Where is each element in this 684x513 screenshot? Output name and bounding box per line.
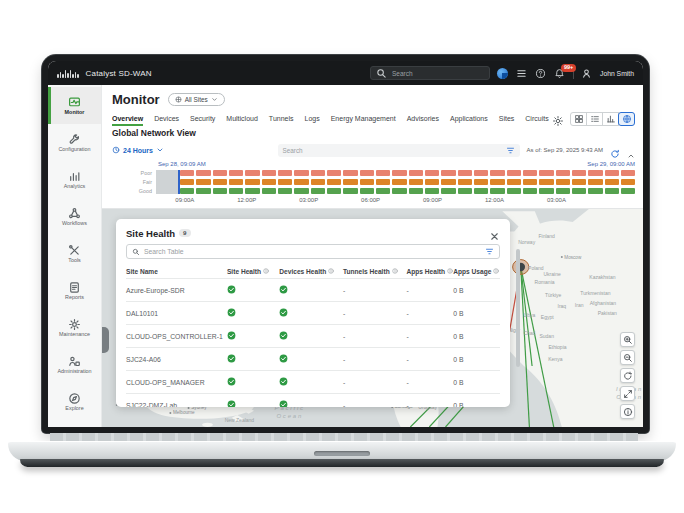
- table-row[interactable]: CLOUD-OPS_MANAGER--0 B: [126, 370, 500, 393]
- map-label-libya: Libya: [523, 311, 535, 318]
- column-header-devices-health[interactable]: Devices Health: [279, 268, 343, 275]
- site-name[interactable]: CLOUD-OPS_CONTROLLER-1: [126, 333, 227, 340]
- tab-energy-management[interactable]: Energy Management: [331, 115, 396, 126]
- health-good-icon: [279, 331, 288, 340]
- site-health-cell: [227, 308, 279, 318]
- tab-multicloud[interactable]: Multicloud: [226, 115, 258, 126]
- sidebar-item-maintenance[interactable]: Maintenance: [48, 309, 101, 346]
- info-icon: [392, 268, 398, 275]
- settings-gear-icon[interactable]: [552, 113, 564, 125]
- tab-advisories[interactable]: Advisories: [407, 115, 439, 126]
- site-scope-selector[interactable]: All Sites: [168, 93, 225, 106]
- expand-button[interactable]: [620, 386, 635, 401]
- notifications-bell-icon[interactable]: 99+: [554, 67, 566, 79]
- apps-health-cell: -: [406, 287, 453, 294]
- sidebar-item-monitor[interactable]: Monitor: [48, 87, 101, 124]
- tab-applications[interactable]: Applications: [450, 115, 488, 126]
- column-header-apps-health[interactable]: Apps Health: [406, 268, 453, 275]
- collapse-chevron-icon[interactable]: [627, 146, 635, 154]
- network-status-timeline: Sep 28, 09:09 AM Sep 29, 09:00 AM PoorFa…: [112, 161, 635, 205]
- panel-collapse-handle[interactable]: [102, 327, 109, 353]
- sidebar-item-explore[interactable]: Explore: [48, 383, 101, 420]
- zoom-out-button[interactable]: [620, 350, 635, 365]
- map-view-button[interactable]: [618, 112, 635, 126]
- close-icon[interactable]: [489, 228, 500, 239]
- timeline-tick: 03:00A: [547, 197, 566, 203]
- site-name[interactable]: SJC24-A06: [126, 356, 227, 363]
- tab-sites[interactable]: Sites: [499, 115, 515, 126]
- tab-circuits[interactable]: Circuits: [525, 115, 548, 126]
- table-row[interactable]: Azure-Europe-SDR--0 B: [126, 278, 500, 301]
- tab-security[interactable]: Security: [190, 115, 215, 126]
- site-health-panel: Site Health 9 Search Table Site NameSite…: [116, 219, 510, 407]
- reports-icon: [68, 280, 81, 293]
- column-header-apps-usage[interactable]: Apps Usage: [453, 268, 500, 275]
- chart-view-button[interactable]: [602, 112, 619, 126]
- sidebar-item-tools[interactable]: Tools: [48, 235, 101, 272]
- health-good-icon: [227, 285, 236, 294]
- reset-view-button[interactable]: [620, 368, 635, 383]
- apps-usage-cell: 0 B: [453, 287, 500, 294]
- tab-tunnels[interactable]: Tunnels: [269, 115, 294, 126]
- table-search-input[interactable]: Search Table: [126, 244, 500, 259]
- health-good-icon: [279, 377, 288, 386]
- sidebar-item-workflows[interactable]: Workflows: [48, 198, 101, 235]
- info-icon: [447, 268, 453, 275]
- sidebar-item-reports[interactable]: Reports: [48, 272, 101, 309]
- info-icon: [263, 268, 269, 275]
- apps-usage-cell: 0 B: [453, 402, 500, 408]
- grid-view-button[interactable]: [570, 112, 587, 126]
- explore-icon: [68, 391, 81, 404]
- sidebar-item-analytics[interactable]: Analytics: [48, 161, 101, 198]
- apps-health-cell: -: [406, 402, 453, 408]
- map-label-ethiopia: Ethiopia: [548, 344, 566, 351]
- timeline-label-fair: Fair: [112, 179, 152, 185]
- site-name[interactable]: Azure-Europe-SDR: [126, 287, 227, 294]
- list-view-button[interactable]: [586, 112, 603, 126]
- time-range-selector[interactable]: 24 Hours: [112, 146, 164, 154]
- sidebar-item-label: Monitor: [65, 110, 85, 115]
- table-row[interactable]: CLOUD-OPS_CONTROLLER-1--0 B: [126, 324, 500, 347]
- tunnels-health-cell: -: [343, 333, 407, 340]
- tools-icon: [68, 243, 81, 256]
- user-avatar-icon[interactable]: [581, 67, 593, 79]
- world-map[interactable]: NorwayFinlandPolandUkraineRomaniaKazakhs…: [102, 208, 643, 427]
- devices-health-cell: [279, 354, 343, 364]
- administration-icon: [68, 354, 81, 367]
- column-header-site-name[interactable]: Site Name: [126, 268, 227, 275]
- tab-devices[interactable]: Devices: [154, 115, 179, 126]
- sidebar-item-configuration[interactable]: Configuration: [48, 124, 101, 161]
- help-icon[interactable]: [535, 67, 547, 79]
- tab-overview[interactable]: Overview: [112, 115, 143, 126]
- map-label-pakistan: Pakistan: [598, 309, 617, 316]
- refresh-icon[interactable]: [610, 145, 620, 155]
- laptop-base-shadow: [20, 459, 664, 467]
- sidebar-item-label: Reports: [65, 295, 84, 300]
- panel-scrollbar[interactable]: [516, 249, 520, 367]
- map-label-iran: Iran: [575, 302, 584, 309]
- global-search-input[interactable]: Search: [370, 66, 490, 80]
- user-name[interactable]: John Smith: [600, 70, 634, 77]
- task-list-icon[interactable]: [516, 67, 528, 79]
- clock-icon: [112, 146, 120, 154]
- site-name[interactable]: SJC22-DMZ-Lab: [126, 402, 227, 408]
- zoom-in-button[interactable]: [620, 332, 635, 347]
- column-header-site-health[interactable]: Site Health: [227, 268, 279, 275]
- whats-new-icon[interactable]: [497, 67, 509, 79]
- table-row[interactable]: SJC22-DMZ-Lab--0 B: [126, 393, 500, 407]
- info-button[interactable]: [620, 404, 635, 419]
- timeline-bars[interactable]: [178, 170, 635, 194]
- timeline-tick: 09:00A: [175, 197, 194, 203]
- timeline-row-labels: PoorFairGood: [112, 170, 156, 194]
- table-row[interactable]: SJC24-A06--0 B: [126, 347, 500, 370]
- tab-logs[interactable]: Logs: [305, 115, 320, 126]
- table-row[interactable]: DAL10101--0 B: [126, 301, 500, 324]
- column-header-tunnels-health[interactable]: Tunnels Health: [343, 268, 407, 275]
- main-content: Monitor All Sites OverviewDevicesSecurit…: [102, 85, 643, 427]
- sidebar-item-label: Administration: [57, 369, 91, 374]
- timeline-label-poor: Poor: [112, 170, 152, 176]
- site-name[interactable]: CLOUD-OPS_MANAGER: [126, 379, 227, 386]
- map-search-input[interactable]: Search: [278, 144, 520, 157]
- site-name[interactable]: DAL10101: [126, 310, 227, 317]
- sidebar-item-administration[interactable]: Administration: [48, 346, 101, 383]
